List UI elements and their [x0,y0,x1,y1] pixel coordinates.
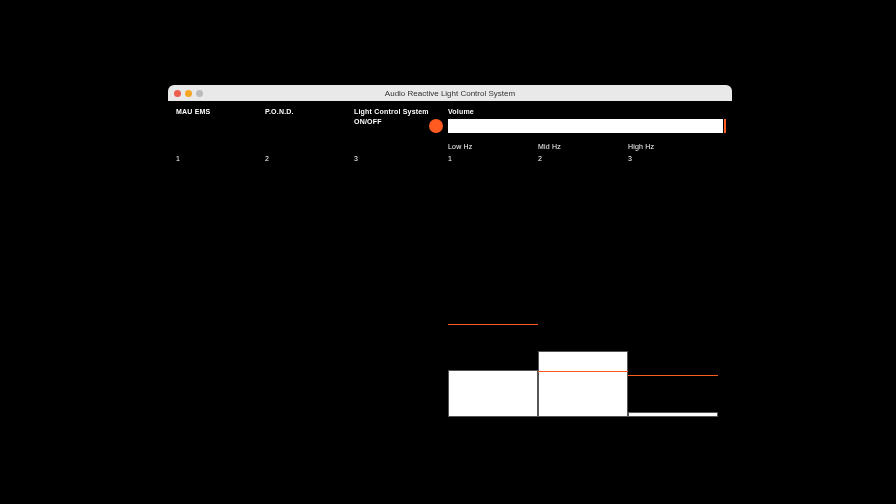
viz-marker-low [448,324,538,325]
header-lcs-line1: Light Control System [354,108,429,115]
content-area: MAU EMS P.O.N.D. Light Control System ON… [168,101,732,417]
label-mid-hz: Mid Hz [538,143,561,150]
titlebar[interactable]: Audio Reactive Light Control System [168,85,732,101]
header-lcs-line2: ON/OFF [354,118,382,125]
header-mauems: MAU EMS [176,108,210,115]
label-low-hz: Low Hz [448,143,473,150]
viz-bar-high [628,412,718,417]
viz-marker-mid [538,371,628,372]
volume-slider[interactable] [448,119,723,133]
freq-mid-val: 2 [538,155,542,162]
cell-2: 2 [265,155,269,162]
cell-3: 3 [354,155,358,162]
label-high-hz: High Hz [628,143,654,150]
freq-low-val: 1 [448,155,452,162]
viz-bar-mid [538,351,628,417]
header-pond: P.O.N.D. [265,108,294,115]
header-volume: Volume [448,108,474,115]
onoff-toggle[interactable] [429,119,443,133]
freq-high-val: 3 [628,155,632,162]
viz-marker-high [628,375,718,376]
cell-1: 1 [176,155,180,162]
viz-bar-low [448,370,538,417]
window-title: Audio Reactive Light Control System [168,89,732,98]
app-window: Audio Reactive Light Control System MAU … [168,85,732,417]
